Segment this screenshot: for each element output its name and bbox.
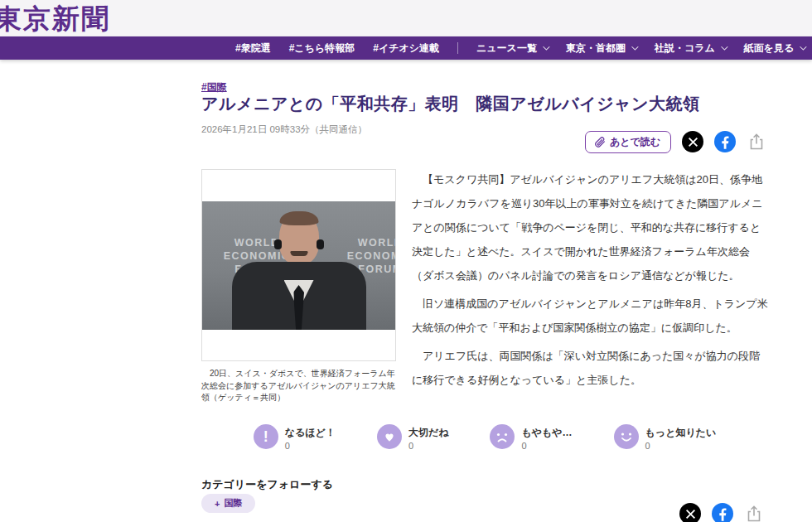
share-generic-button-bottom[interactable]: [744, 504, 764, 522]
person-hair: [279, 211, 318, 225]
nav-item-label: 紙面を見る: [744, 41, 795, 56]
x-logo-icon: [688, 137, 698, 147]
article-paragraph: 【モスクワ共同】アゼルバイジャンのアリエフ大統領は20日、係争地ナゴルノカラバフ…: [412, 167, 768, 288]
article-dateline: 2026年1月21日 09時33分（共同通信）: [201, 123, 367, 136]
article-action-row: あとで読む: [585, 129, 766, 154]
site-logo[interactable]: 東京新聞: [0, 1, 110, 38]
follow-tag-label: 国際: [224, 497, 242, 510]
share-facebook-button[interactable]: [714, 131, 736, 152]
facebook-logo-icon: [712, 503, 733, 522]
article-headline: アルメニアとの「平和共存」表明 隣国アゼルバイジャン大統領: [201, 93, 773, 115]
wef-line: ECONOMIC: [334, 249, 395, 263]
reaction-count: 0: [408, 440, 449, 452]
article-paragraph: アリエフ氏は、両国関係は「深い対立関係にあった国々が協力の段階に移行できる好例と…: [412, 344, 768, 392]
plus-icon: +: [215, 499, 220, 509]
share-generic-button[interactable]: [747, 132, 766, 152]
sad-face-icon: [490, 424, 515, 449]
follow-tag-international[interactable]: + 国際: [201, 494, 255, 513]
reaction-count: 0: [285, 440, 336, 452]
happy-face-icon: [614, 424, 639, 449]
chevron-down-icon: [631, 43, 638, 50]
chevron-down-icon: [800, 43, 806, 50]
article-body: 【モスクワ共同】アゼルバイジャンのアリエフ大統領は20日、係争地ナゴルノカラバフ…: [412, 167, 768, 396]
paperclip-icon: [593, 136, 606, 148]
share-upload-icon: [744, 504, 764, 522]
reaction-label: もやもや…: [521, 426, 572, 440]
photo-caption: 20日、スイス・ダボスで、世界経済フォーラム年次総会に参加するアゼルバイジャンの…: [201, 368, 400, 404]
reaction-count: 0: [521, 440, 572, 452]
nav-item-label: ニュース一覧: [476, 41, 537, 56]
bottom-share-row: [679, 503, 764, 522]
wef-line: WORLD: [334, 236, 395, 249]
nav-item-news-list[interactable]: ニュース一覧: [476, 41, 548, 56]
x-logo-icon: [685, 509, 696, 520]
reaction-moyamoya[interactable]: もやもや… 0: [490, 424, 572, 452]
main-navbar: #衆院選 #こちら特報部 #イチオシ連載 ニュース一覧 東京・首都圏 社説・コラ…: [0, 36, 812, 60]
heart-icon: [377, 424, 402, 449]
nav-separator: [457, 42, 458, 54]
share-facebook-button-bottom[interactable]: [712, 503, 733, 522]
share-x-button-bottom[interactable]: [679, 503, 701, 522]
reaction-naruhodo[interactable]: ! なるほど！ 0: [254, 424, 336, 452]
reaction-taisetsu[interactable]: 大切だね 0: [377, 424, 449, 452]
headphone-right: [317, 239, 324, 249]
reaction-label: もっと知りたい: [645, 426, 717, 440]
share-upload-icon: [747, 132, 766, 152]
reaction-label: 大切だね: [408, 426, 449, 440]
nav-item-paper-view[interactable]: 紙面を見る: [744, 41, 805, 56]
reaction-motto[interactable]: もっと知りたい 0: [614, 424, 717, 452]
article-figure: WORLD ECONOMIC FORUM WORLD ECONOMIC FORU…: [201, 169, 396, 404]
site-header: 東京新聞: [0, 0, 812, 36]
headphone-left: [274, 239, 282, 249]
article-paragraph: 旧ソ連構成国のアゼルバイジャンとアルメニアは昨年8月、トランプ米大統領の仲介で「…: [412, 292, 768, 340]
person-mustache: [290, 251, 307, 256]
nav-item-label: 東京・首都圏: [566, 41, 626, 56]
photo-scene: WORLD ECONOMIC FORUM WORLD ECONOMIC FORU…: [202, 201, 395, 330]
exclamation-glyph: !: [263, 429, 268, 444]
follow-category-heading: カテゴリーをフォローする: [201, 477, 333, 492]
exclamation-icon: !: [254, 424, 278, 449]
nav-item-hash-2[interactable]: #イチオシ連載: [373, 41, 439, 56]
nav-item-tokyo-metro[interactable]: 東京・首都圏: [566, 41, 636, 56]
nav-item-hash-0[interactable]: #衆院選: [235, 41, 271, 56]
nav-item-editorial-column[interactable]: 社説・コラム: [655, 41, 726, 56]
read-later-button[interactable]: あとで読む: [585, 131, 671, 153]
share-x-button[interactable]: [682, 131, 703, 152]
article-photo[interactable]: WORLD ECONOMIC FORUM WORLD ECONOMIC FORU…: [201, 169, 396, 361]
chevron-down-icon: [721, 43, 727, 50]
read-later-label: あとで読む: [610, 135, 660, 149]
chevron-down-icon: [543, 43, 549, 50]
page: 東京新聞 #衆院選 #こちら特報部 #イチオシ連載 ニュース一覧 東京・首都圏 …: [0, 0, 812, 522]
reaction-label: なるほど！: [285, 426, 336, 440]
nav-item-hash-1[interactable]: #こちら特報部: [289, 41, 355, 56]
facebook-logo-icon: [714, 131, 736, 152]
reaction-count: 0: [645, 440, 717, 452]
reaction-bar: ! なるほど！ 0 大切だね 0 もやもや: [201, 424, 768, 452]
nav-item-label: 社説・コラム: [655, 41, 715, 56]
